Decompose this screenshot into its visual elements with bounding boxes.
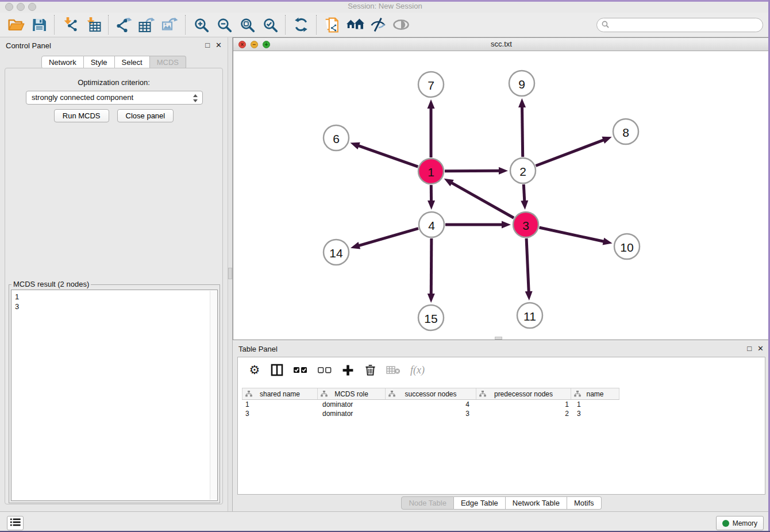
memory-status-icon bbox=[722, 520, 729, 527]
column-header-predecessor-nodes[interactable]: predecessor nodes bbox=[476, 388, 571, 399]
column-header-shared-name[interactable]: shared name bbox=[242, 388, 318, 399]
app-titlebar: Session: New Session bbox=[0, 0, 770, 13]
mcds-result-line: 3 bbox=[15, 302, 214, 311]
task-history-button[interactable] bbox=[7, 516, 24, 530]
attribute-icon bbox=[321, 391, 328, 399]
tab-network[interactable]: Network bbox=[41, 56, 84, 69]
edge-arrowhead-icon bbox=[499, 167, 508, 175]
graph-edge-1-2[interactable] bbox=[445, 171, 500, 171]
zoom-out-icon[interactable] bbox=[213, 14, 236, 35]
close-window-icon[interactable] bbox=[5, 3, 13, 11]
table-cell[interactable]: dominator bbox=[318, 400, 386, 409]
open-session-icon[interactable] bbox=[5, 14, 28, 35]
graph-edge-4-14[interactable] bbox=[357, 229, 418, 246]
tab-mcds[interactable]: MCDS bbox=[150, 56, 186, 69]
result-scrollbar[interactable] bbox=[210, 291, 217, 500]
table-row[interactable]: 3dominator323 bbox=[242, 409, 619, 418]
export-table-icon[interactable] bbox=[136, 14, 159, 35]
table-panel-title: Table Panel bbox=[238, 342, 278, 357]
network-window-grip[interactable] bbox=[495, 337, 502, 340]
export-network-icon[interactable] bbox=[113, 14, 136, 35]
add-column-icon[interactable] bbox=[341, 363, 354, 377]
mcds-result-textarea[interactable]: 13 bbox=[11, 290, 218, 501]
float-table-panel-icon[interactable]: □ bbox=[747, 345, 752, 353]
zoom-selected-icon[interactable] bbox=[259, 14, 282, 35]
table-header-row: shared nameMCDS rolesuccessor nodesprede… bbox=[242, 388, 619, 400]
tab-edge-table[interactable]: Edge Table bbox=[454, 496, 506, 510]
macos-window-controls[interactable] bbox=[5, 3, 40, 13]
run-mcds-button[interactable]: Run MCDS bbox=[54, 109, 109, 122]
graph-edge-2-3[interactable] bbox=[523, 184, 525, 202]
table-cell[interactable]: 3 bbox=[571, 409, 619, 418]
network-view-window: × − + scc.txt 1234678910111415 bbox=[233, 37, 770, 340]
import-table-icon[interactable] bbox=[82, 14, 105, 35]
tab-network-table[interactable]: Network Table bbox=[506, 496, 567, 510]
import-network-icon[interactable] bbox=[59, 14, 82, 35]
table-cell[interactable]: 4 bbox=[386, 400, 476, 409]
column-header-MCDS-role[interactable]: MCDS role bbox=[318, 388, 386, 399]
graph-edge-3-1[interactable] bbox=[451, 182, 514, 218]
table-cell[interactable]: 1 bbox=[476, 400, 571, 409]
close-panel-button[interactable]: Close panel bbox=[117, 109, 174, 122]
table-cell[interactable]: 1 bbox=[242, 400, 318, 409]
close-panel-icon[interactable]: ✕ bbox=[215, 41, 222, 49]
attribute-icon bbox=[245, 391, 252, 399]
close-table-panel-icon[interactable]: ✕ bbox=[757, 345, 764, 353]
table-cell[interactable]: 3 bbox=[386, 409, 476, 418]
tab-style[interactable]: Style bbox=[84, 56, 115, 69]
tab-select[interactable]: Select bbox=[115, 56, 150, 69]
graph-edge-2-9[interactable] bbox=[522, 106, 523, 157]
hide-panels-icon[interactable] bbox=[367, 14, 390, 35]
float-panel-icon[interactable]: □ bbox=[205, 41, 210, 49]
graph-edge-1-6[interactable] bbox=[357, 145, 418, 167]
graph-node-label: 10 bbox=[620, 241, 633, 254]
network-canvas[interactable]: 1234678910111415 bbox=[233, 51, 769, 340]
new-network-from-selection-icon[interactable] bbox=[321, 14, 344, 35]
column-header-successor-nodes[interactable]: successor nodes bbox=[386, 388, 476, 399]
graph-node-label: 15 bbox=[424, 312, 437, 325]
graph-edge-3-11[interactable] bbox=[526, 238, 529, 293]
network-window-titlebar[interactable]: × − + scc.txt bbox=[233, 38, 769, 51]
zoom-fit-icon[interactable] bbox=[236, 14, 259, 35]
network-close-icon[interactable]: × bbox=[238, 41, 246, 48]
table-row[interactable]: 1dominator411 bbox=[242, 400, 619, 409]
tab-node-table[interactable]: Node Table bbox=[401, 496, 454, 510]
mcds-result-title: MCDS result (2 nodes) bbox=[11, 280, 91, 288]
graph-node-label: 9 bbox=[518, 78, 525, 91]
column-header-name[interactable]: name bbox=[571, 388, 619, 399]
toolbar-separator bbox=[316, 15, 317, 34]
memory-button[interactable]: Memory bbox=[716, 516, 764, 530]
graph-edge-4-15[interactable] bbox=[431, 238, 432, 295]
graph-node-label: 4 bbox=[428, 219, 435, 232]
delete-table-icon bbox=[386, 363, 401, 377]
select-all-icon[interactable] bbox=[293, 363, 307, 377]
gear-icon[interactable]: ⚙ bbox=[248, 363, 261, 377]
search-input[interactable] bbox=[609, 19, 763, 32]
delete-column-icon[interactable] bbox=[364, 363, 376, 377]
table-cell[interactable]: 1 bbox=[571, 400, 619, 409]
network-minimize-icon[interactable]: − bbox=[251, 41, 258, 48]
memory-label: Memory bbox=[733, 519, 757, 527]
panel-divider-grip[interactable] bbox=[228, 268, 232, 279]
table-cell[interactable]: 3 bbox=[242, 409, 318, 418]
graph-edge-3-10[interactable] bbox=[539, 228, 605, 242]
network-maximize-icon[interactable]: + bbox=[263, 41, 270, 48]
zoom-window-icon[interactable] bbox=[28, 3, 36, 11]
graph-node-label: 14 bbox=[329, 246, 343, 260]
home-icon[interactable] bbox=[344, 14, 367, 35]
columns-icon[interactable] bbox=[271, 363, 283, 377]
refresh-icon[interactable] bbox=[290, 14, 313, 35]
tab-motifs[interactable]: Motifs bbox=[567, 496, 602, 510]
save-session-icon[interactable] bbox=[28, 14, 51, 35]
function-builder-icon: f(x) bbox=[410, 363, 425, 377]
table-cell[interactable]: dominator bbox=[318, 409, 386, 418]
edge-arrowhead-icon bbox=[521, 201, 528, 210]
minimize-window-icon[interactable] bbox=[17, 3, 25, 11]
deselect-all-icon[interactable] bbox=[317, 363, 332, 377]
graph-edge-2-8[interactable] bbox=[536, 140, 605, 166]
zoom-in-icon[interactable] bbox=[190, 14, 213, 35]
table-cell[interactable]: 2 bbox=[476, 409, 571, 418]
export-image-icon[interactable] bbox=[159, 14, 182, 35]
criterion-select[interactable]: strongly connected component bbox=[26, 91, 203, 105]
search-box[interactable] bbox=[596, 18, 763, 32]
